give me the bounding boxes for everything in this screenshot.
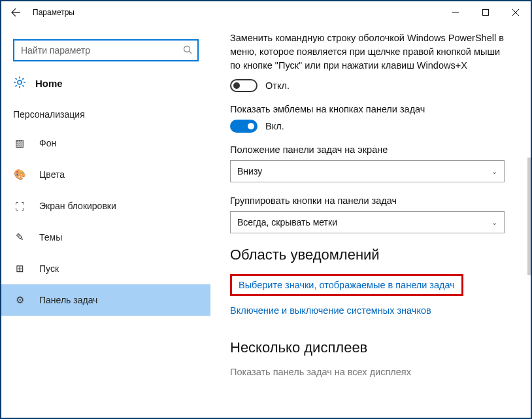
sidebar-item-label: Экран блокировки [39, 201, 116, 211]
highlighted-link-container: Выберите значки, отображаемые в панели з… [230, 274, 463, 296]
sidebar-item-colors[interactable]: 🎨 Цвета [1, 159, 210, 190]
search-box[interactable] [13, 39, 199, 61]
multiple-displays-heading: Несколько дисплеев [230, 339, 512, 356]
notification-area-heading: Область уведомлений [230, 246, 512, 263]
sidebar-item-label: Цвета [39, 169, 65, 180]
sidebar-section-title: Персонализация [1, 96, 210, 127]
scrollbar[interactable] [527, 158, 531, 275]
group-buttons-dropdown[interactable]: Всегда, скрывать метки ⌄ [230, 211, 505, 233]
system-icons-link[interactable]: Включение и выключение системных значков [230, 305, 431, 316]
svg-point-2 [18, 80, 22, 84]
sidebar-item-start[interactable]: ⊞ Пуск [1, 253, 210, 284]
chevron-down-icon: ⌄ [491, 167, 497, 176]
sidebar-item-themes[interactable]: ✎ Темы [1, 222, 210, 253]
image-icon: ▨ [13, 137, 26, 149]
sidebar-item-label: Панель задач [39, 295, 97, 305]
show-badges-toggle[interactable] [230, 120, 258, 133]
taskbar-position-label: Положение панели задач на экране [230, 144, 512, 155]
nav-list: ▨ Фон 🎨 Цвета ⛶ Экран блокировки ✎ Темы … [1, 127, 210, 316]
select-icons-link[interactable]: Выберите значки, отображаемые в панели з… [239, 280, 455, 290]
minimize-icon [452, 9, 459, 16]
maximize-button[interactable] [471, 1, 501, 24]
content-area: Home Персонализация ▨ Фон 🎨 Цвета ⛶ Экра… [1, 24, 531, 418]
sidebar-item-background[interactable]: ▨ Фон [1, 127, 210, 159]
cmd-replacement-description: Заменить командную строку оболочкой Wind… [230, 31, 512, 73]
svg-rect-0 [483, 10, 489, 16]
lock-icon: ⛶ [13, 201, 26, 212]
sidebar-item-taskbar[interactable]: ⚙ Панель задач [1, 284, 210, 316]
sidebar: Home Персонализация ▨ Фон 🎨 Цвета ⛶ Экра… [1, 24, 210, 418]
search-input[interactable] [21, 45, 183, 56]
show-on-all-displays-label: Показать панель задач на всех дисплеях [230, 367, 512, 377]
toggle-state-label: Вкл. [265, 121, 284, 131]
titlebar: Параметры [1, 1, 531, 24]
group-buttons-label: Группировать кнопки на панели задач [230, 195, 512, 206]
sidebar-item-label: Фон [39, 138, 56, 148]
close-button[interactable] [501, 1, 531, 24]
sidebar-item-label: Пуск [39, 263, 59, 274]
toggle-state-label: Откл. [265, 80, 290, 91]
sidebar-item-lockscreen[interactable]: ⛶ Экран блокировки [1, 190, 210, 222]
dropdown-value: Внизу [237, 166, 262, 176]
svg-point-1 [184, 46, 190, 52]
window-title: Параметры [33, 8, 75, 17]
minimize-button[interactable] [441, 1, 471, 24]
search-icon [183, 45, 192, 56]
window-controls [441, 1, 531, 24]
cmd-replacement-toggle[interactable] [230, 79, 258, 92]
dropdown-value: Всегда, скрывать метки [237, 217, 337, 227]
close-icon [512, 9, 519, 16]
taskbar-position-dropdown[interactable]: Внизу ⌄ [230, 160, 505, 182]
brush-icon: ✎ [13, 231, 26, 243]
back-button[interactable] [4, 1, 27, 24]
sidebar-item-label: Темы [39, 232, 62, 243]
palette-icon: 🎨 [13, 169, 26, 180]
arrow-left-icon [10, 7, 21, 18]
taskbar-icon: ⚙ [13, 294, 26, 306]
gear-icon [13, 76, 26, 91]
main-panel: Заменить командную строку оболочкой Wind… [210, 24, 531, 418]
settings-window: Параметры [0, 0, 532, 419]
start-icon: ⊞ [13, 263, 26, 275]
maximize-icon [482, 9, 489, 16]
chevron-down-icon: ⌄ [491, 218, 497, 227]
home-label: Home [35, 78, 63, 89]
home-button[interactable]: Home [1, 72, 210, 96]
show-badges-label: Показать эмблемы на кнопках панели задач [230, 104, 512, 114]
